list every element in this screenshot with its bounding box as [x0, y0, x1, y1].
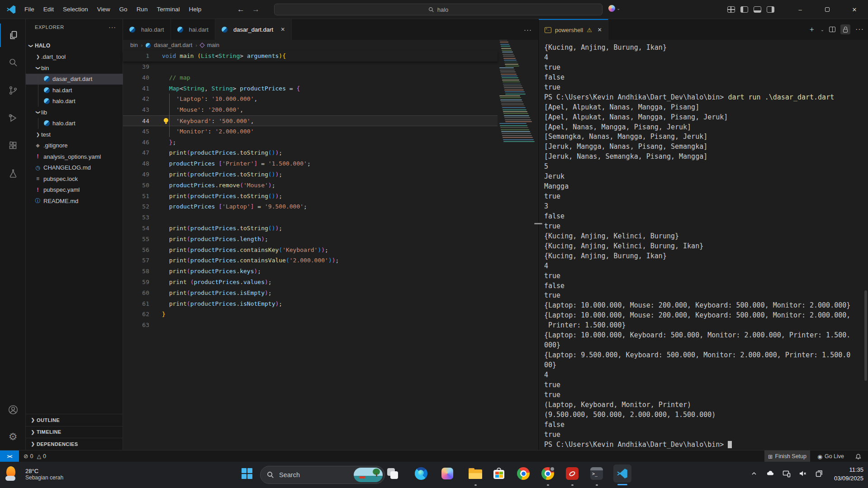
tree-item-pubspec-yaml[interactable]: !pubspec.yaml: [26, 185, 123, 196]
clock[interactable]: 11:35 03/09/2025: [834, 465, 863, 483]
tree-item-halo-dart[interactable]: halo.dart: [26, 118, 123, 129]
code-line-40[interactable]: 40 // map: [123, 72, 498, 83]
close-button[interactable]: ✕: [841, 0, 868, 19]
code-line-50[interactable]: 50 productPrices.remove('Mouse');: [123, 180, 498, 191]
ime-layers-icon[interactable]: [814, 468, 825, 479]
code-line-60[interactable]: 60 print(productPrices.isEmpty);: [123, 288, 498, 298]
chevron-down-icon[interactable]: ⌄: [821, 27, 824, 32]
customize-layout-icon[interactable]: [727, 6, 735, 13]
sidebar-item-source-control[interactable]: [0, 79, 26, 102]
tree-item-changelog-md[interactable]: ◷CHANGELOG.md: [26, 162, 123, 174]
tree-item-bin[interactable]: ❯bin: [26, 62, 123, 74]
code-line-63[interactable]: 63: [123, 320, 498, 331]
code-line-59[interactable]: 59 print (productPrices.values);: [123, 277, 498, 288]
command-center-search[interactable]: halo: [274, 4, 602, 15]
code-area[interactable]: 3940 // map41 Map<String, String> produc…: [123, 62, 498, 331]
code-line-54[interactable]: 54 print(productPrices.toString());: [123, 223, 498, 234]
section-outline[interactable]: ❯OUTLINE: [26, 414, 123, 426]
code-line-48[interactable]: 48 productPrices ['Printer'] = '1.500.00…: [123, 158, 498, 169]
finish-setup-button[interactable]: ⊞ Finish Setup: [764, 450, 810, 462]
code-line-43[interactable]: 43 'Mouse': '200.000',: [123, 104, 498, 115]
tree-item-readme-md[interactable]: ⓘREADME.md: [26, 195, 123, 207]
tab-dasar_dart.dart[interactable]: dasar_dart.dart✕: [215, 19, 292, 40]
split-drag-handle[interactable]: [534, 223, 542, 224]
tree-item-test[interactable]: ❯test: [26, 129, 123, 140]
code-line-52[interactable]: 52 productPrices ['Laptop'] = '9.500.000…: [123, 201, 498, 212]
code-line-44[interactable]: 44 'Keyboard': '500.000',: [123, 115, 498, 126]
code-line-46[interactable]: 46 };: [123, 137, 498, 148]
tree-item--dart-tool[interactable]: ❯.dart_tool: [26, 52, 123, 63]
sticky-scroll-line[interactable]: 1 void main (List<String> arguments){: [123, 51, 498, 62]
code-line-57[interactable]: 57 print(productPrices.containsValue('2.…: [123, 255, 498, 266]
tab-hai.dart[interactable]: hai.dart: [171, 19, 215, 40]
minimap[interactable]: [498, 40, 537, 185]
start-button[interactable]: [238, 464, 256, 483]
sidebar-actions-icon[interactable]: ···: [109, 24, 116, 31]
chrome-profile-button[interactable]: [539, 464, 557, 483]
menu-help[interactable]: Help: [184, 0, 206, 19]
code-line-41[interactable]: 41 Map<String, String> productPrices = {: [123, 83, 498, 94]
tree-item-pubspec-lock[interactable]: ≡pubspec.lock: [26, 173, 123, 185]
sidebar-item-extensions[interactable]: [0, 134, 26, 157]
copilot-menu[interactable]: ⌄: [608, 5, 620, 12]
breadcrumb[interactable]: bin › dasar_dart.dart › main: [123, 40, 538, 51]
tab-halo.dart[interactable]: halo.dart: [123, 19, 171, 40]
chrome-button[interactable]: [514, 464, 532, 483]
onedrive-cloud-icon[interactable]: [765, 468, 776, 479]
code-line-42[interactable]: 42 'Laptop': '10.000.000',: [123, 94, 498, 104]
editor-tab-actions-icon[interactable]: ···: [524, 19, 532, 40]
code-line-49[interactable]: 49 print(productPrices.toString());: [123, 169, 498, 180]
code-line-39[interactable]: 39: [123, 62, 498, 72]
notifications-button[interactable]: [851, 450, 865, 462]
code-line-47[interactable]: 47 print(productPrices.toString());: [123, 147, 498, 158]
vscode-taskbar-button[interactable]: [613, 464, 631, 483]
tab-powershell[interactable]: powershell ⚠ ✕: [539, 19, 608, 40]
toggle-secondary-sidebar-icon[interactable]: [767, 6, 774, 13]
cast-device-icon[interactable]: [781, 468, 792, 479]
code-line-53[interactable]: 53: [123, 212, 498, 223]
split-editor-icon[interactable]: [829, 27, 835, 32]
menu-go[interactable]: Go: [115, 0, 132, 19]
section-timeline[interactable]: ❯TIMELINE: [26, 426, 123, 438]
copilot-button[interactable]: [438, 464, 456, 483]
menu-selection[interactable]: Selection: [58, 0, 93, 19]
tree-item-lib[interactable]: ❯lib: [26, 107, 123, 118]
tree-item-halo[interactable]: ❯HALO: [26, 40, 123, 52]
edge-button[interactable]: [412, 464, 430, 483]
code-line-45[interactable]: 45 'Monitor': '2.000.000': [123, 126, 498, 137]
acrobat-button[interactable]: [563, 464, 581, 483]
menu-file[interactable]: File: [20, 0, 39, 19]
lock-button[interactable]: [840, 24, 850, 34]
microsoft-store-button[interactable]: [490, 464, 508, 483]
file-explorer-button[interactable]: [466, 464, 484, 483]
code-line-55[interactable]: 55 print(productPrices.length);: [123, 234, 498, 245]
sidebar-item-run-debug[interactable]: [0, 106, 26, 130]
terminal-scrollbar[interactable]: [864, 290, 867, 381]
section-dependencies[interactable]: ❯DEPENDENCIES: [26, 438, 123, 450]
toggle-panel-icon[interactable]: [754, 6, 761, 13]
maximize-button[interactable]: [814, 0, 841, 19]
code-line-62[interactable]: 62}: [123, 309, 498, 320]
remote-indicator[interactable]: ><: [0, 450, 19, 462]
weather-widget[interactable]: 28°C Sebagian cerah: [5, 465, 63, 483]
breadcrumb-file[interactable]: dasar_dart.dart: [154, 42, 192, 48]
code-line-61[interactable]: 61 print(productPrices.isNotEmpty);: [123, 298, 498, 309]
breadcrumb-symbol[interactable]: main: [207, 42, 219, 48]
toggle-sidebar-icon[interactable]: [740, 6, 748, 13]
account-button[interactable]: [0, 398, 26, 422]
sidebar-item-testing[interactable]: [0, 162, 26, 185]
tree-item-analysis-options-yaml[interactable]: !analysis_options.yaml: [26, 151, 123, 162]
taskbar-search[interactable]: Search: [260, 466, 385, 484]
close-icon[interactable]: ✕: [598, 27, 602, 33]
sidebar-item-explorer[interactable]: [0, 24, 26, 47]
new-terminal-icon[interactable]: ＋: [808, 25, 816, 34]
code-line-58[interactable]: 58 print(productPrices.keys);: [123, 266, 498, 277]
tree-item-hai-dart[interactable]: hai.dart: [26, 85, 123, 96]
code-line-56[interactable]: 56 print(productPrices.containsKey('Keyb…: [123, 245, 498, 256]
breadcrumb-folder[interactable]: bin: [130, 42, 138, 48]
hidden-icons-chevron[interactable]: [749, 468, 759, 479]
menu-run[interactable]: Run: [132, 0, 152, 19]
menu-terminal[interactable]: Terminal: [152, 0, 184, 19]
sidebar-item-search[interactable]: [0, 51, 26, 74]
go-live-button[interactable]: ◉ Go Live: [814, 450, 848, 462]
